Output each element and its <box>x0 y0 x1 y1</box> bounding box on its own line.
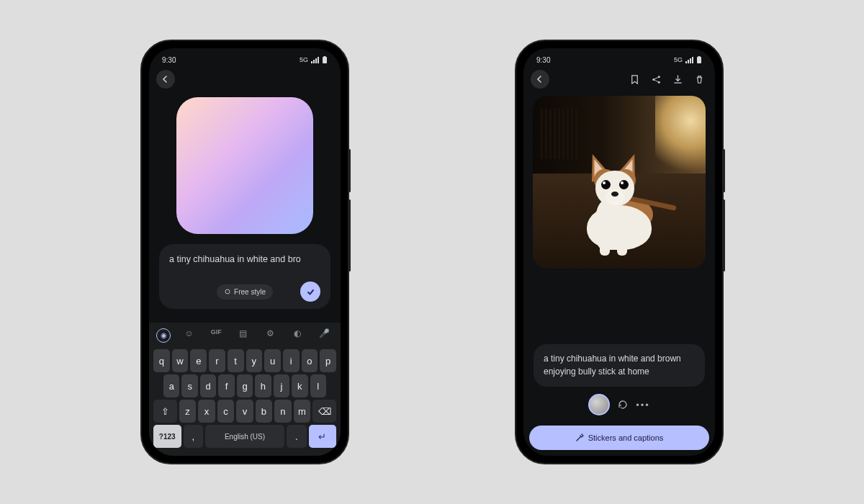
submit-button[interactable] <box>300 282 320 302</box>
key-c[interactable]: c <box>217 400 234 423</box>
key-j[interactable]: j <box>274 374 289 397</box>
key-numbers[interactable]: ?123 <box>153 425 181 448</box>
back-button[interactable] <box>531 70 549 89</box>
key-enter[interactable]: ↵ <box>309 425 337 448</box>
keyboard-row-1: qwertyuiop <box>153 349 336 372</box>
key-t[interactable]: t <box>228 349 244 372</box>
checkmark-icon <box>306 287 315 297</box>
screen-left: 9:30 5G a tiny chihuahua in white and br… <box>149 48 341 456</box>
network-label: 5G <box>674 56 683 63</box>
download-icon <box>672 74 683 85</box>
share-button[interactable] <box>647 71 665 88</box>
key-r[interactable]: r <box>209 349 225 372</box>
signal-icon <box>685 57 693 63</box>
key-f[interactable]: f <box>218 374 234 397</box>
status-bar: 9:30 5G <box>149 48 341 67</box>
key-n[interactable]: n <box>274 400 291 423</box>
key-d[interactable]: d <box>200 374 216 397</box>
status-time: 9:30 <box>162 56 176 64</box>
key-h[interactable]: h <box>255 374 271 397</box>
svg-rect-3 <box>697 57 701 63</box>
caption-text: a tiny chihuahua in white and brown enjo… <box>544 354 681 376</box>
delete-button[interactable] <box>690 71 708 88</box>
settings-icon[interactable]: ⚙ <box>262 328 279 343</box>
palette-icon[interactable]: ◐ <box>289 328 306 343</box>
key-u[interactable]: u <box>264 349 281 372</box>
key-⌫[interactable]: ⌫ <box>312 400 336 423</box>
back-button[interactable] <box>156 70 175 89</box>
key-y[interactable]: y <box>246 349 263 372</box>
generated-image[interactable] <box>533 96 706 269</box>
screen-right: 9:30 5G <box>523 48 715 456</box>
mic-icon[interactable]: 🎤 <box>316 328 333 343</box>
signal-icon <box>311 57 319 63</box>
svg-rect-0 <box>323 57 327 63</box>
trash-icon <box>694 74 705 85</box>
bookmark-icon <box>629 74 640 85</box>
status-right: 5G <box>674 56 702 64</box>
key-o[interactable]: o <box>302 349 318 372</box>
key-space[interactable]: English (US) <box>205 425 284 448</box>
keyboard-row-2: asdfghjkl <box>153 374 336 397</box>
svg-rect-4 <box>698 56 701 58</box>
wand-icon <box>575 433 584 442</box>
key-x[interactable]: x <box>198 400 215 423</box>
key-e[interactable]: e <box>190 349 207 372</box>
key-i[interactable]: i <box>283 349 300 372</box>
regenerate-icon[interactable] <box>617 399 629 410</box>
key-s[interactable]: s <box>181 374 197 397</box>
svg-rect-1 <box>324 56 326 58</box>
battery-icon <box>322 56 328 64</box>
key-period[interactable]: . <box>287 425 307 448</box>
key-q[interactable]: q <box>153 349 170 372</box>
clipboard-icon[interactable]: ▤ <box>235 328 252 343</box>
voice-input-icon[interactable]: ◉ <box>156 328 171 343</box>
key-g[interactable]: g <box>237 374 253 397</box>
phone-left: 9:30 5G a tiny chihuahua in white and br… <box>140 40 349 464</box>
gif-icon[interactable]: GIF <box>207 328 225 343</box>
sparkle-icon <box>224 288 231 295</box>
battery-icon <box>696 56 702 64</box>
key-comma[interactable]: , <box>184 425 204 448</box>
key-v[interactable]: v <box>236 400 253 423</box>
key-k[interactable]: k <box>292 374 307 397</box>
share-icon <box>651 74 662 85</box>
arrow-left-icon <box>161 75 170 84</box>
dog-illustration <box>565 133 673 256</box>
key-a[interactable]: a <box>163 374 179 397</box>
key-z[interactable]: z <box>179 400 196 423</box>
action-bar <box>626 71 708 88</box>
status-time: 9:30 <box>536 56 550 64</box>
svg-point-2 <box>225 289 230 294</box>
keyboard: ◉ ☺ GIF ▤ ⚙ ◐ 🎤 qwertyuiop asdfghjkl ⇧zx… <box>149 323 341 456</box>
status-right: 5G <box>300 56 328 64</box>
network-label: 5G <box>300 56 308 63</box>
key-w[interactable]: w <box>172 349 189 372</box>
keyboard-toolbar: ◉ ☺ GIF ▤ ⚙ ◐ 🎤 <box>152 327 338 347</box>
phone-right: 9:30 5G <box>515 40 724 464</box>
key-l[interactable]: l <box>310 374 326 397</box>
download-button[interactable] <box>669 71 686 88</box>
favorite-button[interactable] <box>626 71 643 88</box>
caption-box[interactable]: a tiny chihuahua in white and brown enjo… <box>534 344 705 387</box>
arrow-left-icon <box>536 75 544 84</box>
key-⇧[interactable]: ⇧ <box>153 400 177 423</box>
content-area: a tiny chihuahua in white and brown enjo… <box>523 91 715 424</box>
image-placeholder <box>176 97 313 234</box>
variant-chips: ••• <box>534 394 705 415</box>
key-b[interactable]: b <box>256 400 272 423</box>
prompt-input-box[interactable]: a tiny chihuahua in white and bro Free s… <box>159 244 330 309</box>
key-m[interactable]: m <box>294 400 310 423</box>
key-p[interactable]: p <box>320 349 336 372</box>
top-bar <box>149 67 341 91</box>
content-area: a tiny chihuahua in white and bro Free s… <box>149 91 341 323</box>
keyboard-row-4: ?123 , English (US) . ↵ <box>153 425 336 448</box>
stickers-captions-button[interactable]: Stickers and captions <box>529 426 709 450</box>
more-icon[interactable]: ••• <box>636 400 650 410</box>
emoji-icon[interactable]: ☺ <box>181 328 198 343</box>
style-chip[interactable]: Free style <box>217 284 273 300</box>
prompt-text: a tiny chihuahua in white and bro <box>169 254 320 266</box>
status-bar: 9:30 5G <box>523 48 715 67</box>
style-chip-label: Free style <box>234 288 266 296</box>
variant-selected[interactable] <box>588 394 610 415</box>
